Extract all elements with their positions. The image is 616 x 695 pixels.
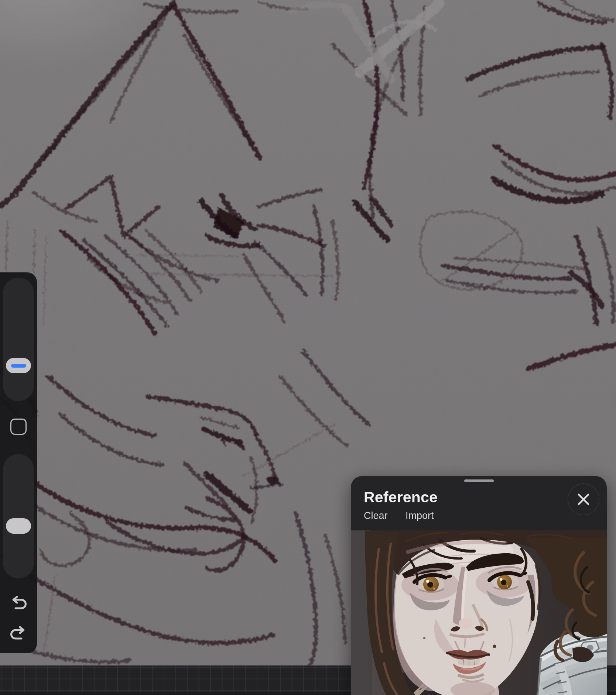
import-button[interactable]: Import	[405, 510, 434, 522]
brush-size-slider-thumb[interactable]	[6, 358, 31, 373]
clear-button[interactable]: Clear	[364, 510, 388, 522]
reference-panel: Reference Clear Import	[351, 476, 607, 695]
modify-button[interactable]	[10, 419, 27, 435]
close-icon	[577, 493, 590, 506]
redo-button[interactable]	[8, 625, 29, 642]
undo-arrow-icon	[8, 595, 29, 612]
reference-panel-title: Reference	[364, 489, 438, 506]
undo-button[interactable]	[8, 595, 29, 612]
opacity-slider[interactable]	[3, 454, 34, 578]
opacity-slider-thumb[interactable]	[6, 518, 31, 534]
reference-portrait	[351, 530, 607, 695]
close-button[interactable]	[568, 484, 599, 515]
procreate-screen: Reference Clear Import	[0, 0, 616, 695]
reference-image[interactable]	[351, 530, 607, 695]
brush-size-slider[interactable]	[3, 278, 34, 401]
sidebar-toolbar	[0, 272, 37, 653]
blue-dash-icon	[11, 364, 26, 368]
drag-handle[interactable]	[464, 479, 494, 482]
redo-arrow-icon	[8, 625, 29, 642]
